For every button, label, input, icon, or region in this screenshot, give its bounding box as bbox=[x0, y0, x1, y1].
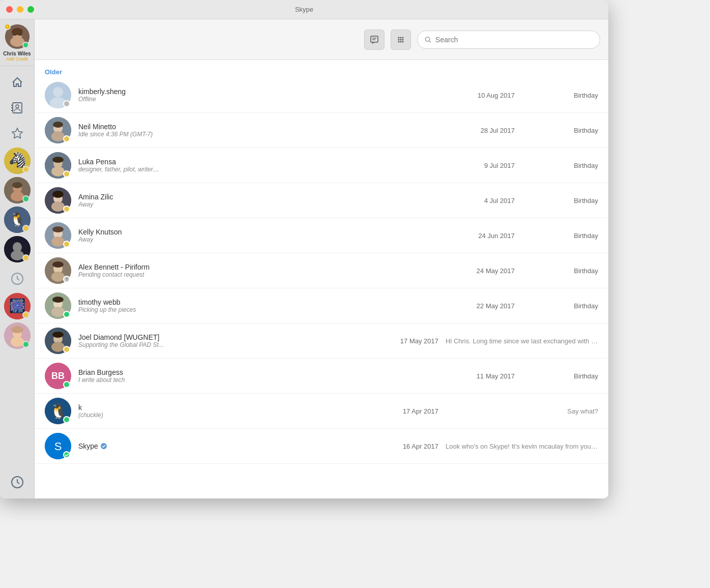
contact-item[interactable]: 🐧 k (chuckle) 17 Apr 2017 Say what? bbox=[35, 394, 608, 429]
warning-badge: ! bbox=[4, 23, 11, 30]
nav-home[interactable] bbox=[5, 70, 29, 95]
recent-contact-3[interactable]: 🐧 bbox=[4, 207, 31, 233]
contact-item[interactable]: Kelly Knutson Away 24 Jun 2017 Birthday bbox=[35, 218, 608, 253]
nav-favorites[interactable] bbox=[5, 121, 29, 145]
contact-preview: Hi Chris. Long time since we last exchan… bbox=[446, 337, 598, 345]
svg-point-78 bbox=[51, 342, 65, 352]
svg-point-55 bbox=[53, 122, 63, 128]
contact-status: (chuckle) bbox=[78, 411, 375, 419]
contact-info: k (chuckle) bbox=[78, 403, 375, 419]
maximize-button[interactable] bbox=[27, 6, 34, 13]
contact-item[interactable]: Amina Zilic Away 4 Jul 2017 Birthday bbox=[35, 183, 608, 218]
nav-section: 🦓 bbox=[0, 66, 34, 466]
contact-item[interactable]: Luka Pensa designer, father, pilot, writ… bbox=[35, 148, 608, 183]
contact-item[interactable]: BB Brian Burgess I write about tech 11 M… bbox=[35, 359, 608, 394]
contact-avatar: BB bbox=[45, 363, 71, 389]
contact-name: Luka Pensa bbox=[78, 158, 452, 166]
contact-event: Birthday bbox=[522, 372, 598, 380]
profile-info: Chris Wiles Add Credit bbox=[3, 51, 31, 62]
contact-info: Alex Bennett - Piriform Pending contact … bbox=[78, 263, 452, 278]
clock-icon bbox=[11, 272, 24, 285]
contact-name: Amina Zilic bbox=[78, 193, 452, 201]
nav-bottom-clock[interactable] bbox=[5, 470, 29, 494]
app-container: ! Chris Wiles Add Credit bbox=[0, 19, 608, 498]
contact-name: Joel Diamond [WUGNET] bbox=[78, 333, 375, 341]
recent-contact-6[interactable] bbox=[4, 322, 31, 349]
nav-history[interactable] bbox=[5, 267, 29, 291]
svg-point-75 bbox=[52, 297, 64, 303]
recent-contact-1[interactable]: 🦓 bbox=[4, 148, 31, 174]
contact-avatar bbox=[45, 152, 71, 179]
contact-avatar bbox=[45, 222, 71, 249]
svg-point-62 bbox=[51, 201, 65, 212]
contact-status: Away bbox=[78, 236, 452, 243]
dialpad-button[interactable] bbox=[391, 30, 411, 50]
dialpad-icon bbox=[396, 35, 405, 44]
contact-preview: Say what? bbox=[446, 407, 598, 415]
contact-status: Offline bbox=[78, 96, 452, 103]
contact-name: Skype bbox=[78, 442, 375, 450]
recent-contact-5[interactable]: 🎆 bbox=[4, 293, 31, 319]
contact-date: 11 May 2017 bbox=[459, 372, 515, 380]
add-credit-link[interactable]: Add Credit bbox=[3, 56, 31, 62]
svg-line-34 bbox=[17, 482, 19, 484]
contact-item[interactable]: Joel Diamond [WUGNET] Supporting the Glo… bbox=[35, 324, 608, 359]
status-online bbox=[22, 341, 29, 348]
contact-item[interactable]: Neil Minetto Idle since 4:36 PM (GMT-7) … bbox=[35, 113, 608, 148]
contact-date: 16 Apr 2017 bbox=[382, 443, 438, 450]
contact-avatar bbox=[45, 117, 71, 143]
contact-item[interactable]: timothy webb Picking up the pieces 22 Ma… bbox=[35, 288, 608, 324]
contact-info: Kelly Knutson Away bbox=[78, 228, 452, 243]
contact-status: Picking up the pieces bbox=[78, 306, 452, 313]
contact-name: Kelly Knutson bbox=[78, 228, 452, 236]
initials: BB bbox=[51, 371, 65, 381]
window-controls bbox=[6, 6, 34, 13]
svg-point-45 bbox=[400, 41, 402, 42]
compose-button[interactable] bbox=[364, 30, 384, 50]
contact-info: kimberly.sheng Offline bbox=[78, 87, 452, 103]
search-box[interactable] bbox=[417, 31, 600, 49]
svg-point-66 bbox=[51, 237, 65, 247]
contact-item[interactable]: kimberly.sheng Offline 10 Aug 2017 Birth… bbox=[35, 78, 608, 113]
verified-check bbox=[64, 452, 69, 457]
contact-name: timothy webb bbox=[78, 298, 452, 306]
home-icon bbox=[11, 76, 23, 89]
contact-status: Idle since 4:36 PM (GMT-7) bbox=[78, 131, 452, 138]
svg-rect-35 bbox=[371, 36, 378, 42]
minimize-button[interactable] bbox=[17, 6, 23, 13]
nav-contacts[interactable] bbox=[5, 96, 29, 120]
sidebar-bottom bbox=[0, 466, 34, 498]
contact-date: 28 Jul 2017 bbox=[459, 127, 515, 134]
close-button[interactable] bbox=[6, 6, 13, 13]
profile-name: Chris Wiles bbox=[3, 51, 31, 56]
svg-line-48 bbox=[429, 41, 431, 42]
contact-event: Birthday bbox=[522, 197, 598, 204]
svg-point-31 bbox=[11, 326, 23, 333]
contact-avatar bbox=[45, 82, 71, 108]
recent-contact-2[interactable] bbox=[4, 177, 31, 203]
contact-status: Pending contact request bbox=[78, 271, 452, 278]
contact-date: 24 May 2017 bbox=[459, 267, 515, 275]
contact-status: Away bbox=[78, 201, 452, 208]
svg-point-22 bbox=[11, 250, 24, 260]
contact-event: Birthday bbox=[522, 162, 598, 169]
recent-contact-4[interactable] bbox=[4, 236, 31, 262]
section-older: Older bbox=[35, 64, 608, 78]
contact-name: k bbox=[78, 403, 375, 411]
svg-point-38 bbox=[398, 37, 400, 38]
search-input[interactable] bbox=[435, 36, 593, 44]
main-content: Older kimberly.sheng Offline bbox=[35, 19, 608, 498]
contact-item[interactable]: ? Alex Bennett - Piriform Pending contac… bbox=[35, 253, 608, 288]
contact-info: Luka Pensa designer, father, pilot, writ… bbox=[78, 158, 452, 173]
contact-item[interactable]: S Skype bbox=[35, 429, 608, 464]
status-away bbox=[63, 135, 70, 142]
contact-name: Neil Minetto bbox=[78, 123, 452, 131]
favorites-icon bbox=[11, 127, 23, 139]
svg-text:🦓: 🦓 bbox=[8, 152, 26, 168]
contact-event: Birthday bbox=[522, 127, 598, 134]
svg-point-44 bbox=[398, 41, 400, 42]
contact-event: Birthday bbox=[522, 267, 598, 275]
svg-point-8 bbox=[16, 105, 19, 108]
contacts-icon bbox=[11, 102, 23, 114]
svg-text:S: S bbox=[54, 440, 62, 453]
